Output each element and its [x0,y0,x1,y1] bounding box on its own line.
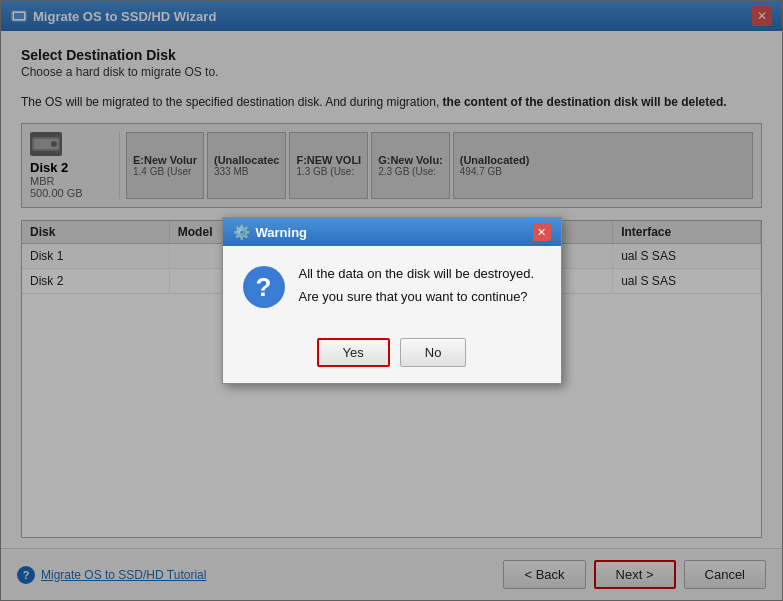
dialog-question-icon: ? [243,266,285,308]
warning-dialog: ⚙️ Warning ✕ ? All the data on the disk … [222,217,562,384]
dialog-title-icon: ⚙️ [233,224,250,240]
dialog-close-button[interactable]: ✕ [533,223,551,241]
dialog-overlay: ⚙️ Warning ✕ ? All the data on the disk … [0,0,783,601]
dialog-title-text: Warning [256,225,308,240]
yes-button[interactable]: Yes [317,338,390,367]
dialog-title-left: ⚙️ Warning [233,224,308,240]
dialog-message-2: Are you sure that you want to continue? [299,289,541,304]
dialog-text: All the data on the disk will be destroy… [299,266,541,304]
dialog-title-bar: ⚙️ Warning ✕ [223,218,561,246]
no-button[interactable]: No [400,338,467,367]
dialog-message-1: All the data on the disk will be destroy… [299,266,541,281]
dialog-body: ? All the data on the disk will be destr… [223,246,561,328]
dialog-footer: Yes No [223,328,561,383]
